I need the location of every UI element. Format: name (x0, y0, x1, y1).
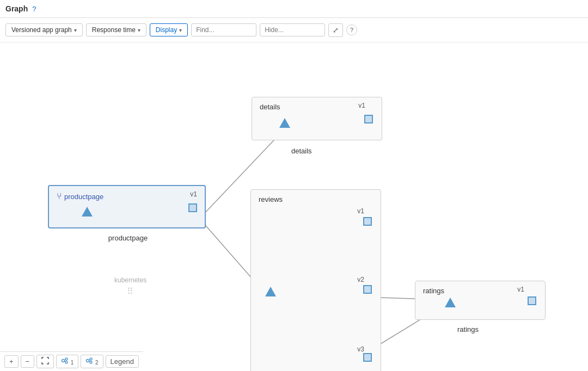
find-input[interactable] (191, 23, 256, 36)
productpage-square[interactable] (188, 203, 197, 214)
ratings-square[interactable] (528, 296, 536, 307)
display-btn[interactable]: Display ▾ (150, 23, 188, 36)
fit-icon (41, 357, 49, 364)
ratings-label: ratings (457, 325, 479, 333)
svg-point-10 (62, 360, 65, 362)
reviews-v3-label: v3 (357, 345, 364, 353)
fork-icon: ⑂ (57, 191, 62, 201)
details-version: v1 (358, 102, 365, 109)
legend-btn[interactable]: Legend (106, 355, 139, 368)
reviews-triangle[interactable] (265, 287, 276, 298)
productpage-triangle[interactable] (82, 207, 93, 218)
response-time-btn[interactable]: Response time ▾ (86, 23, 146, 36)
svg-point-11 (65, 358, 68, 360)
versioned-app-btn[interactable]: Versioned app graph ▾ (5, 23, 83, 36)
graph-canvas: ⑂ productpage v1 productpage details v1 … (0, 42, 588, 371)
details-box[interactable]: details v1 (252, 97, 382, 140)
expand-btn[interactable]: ⤢ (328, 23, 343, 37)
reviews-v1-label: v1 (357, 207, 364, 215)
svg-line-19 (89, 361, 90, 362)
reviews-v2-label: v2 (357, 276, 364, 283)
productpage-box[interactable]: ⑂ productpage v1 (48, 185, 206, 228)
versioned-caret-icon: ▾ (74, 27, 77, 33)
page-title: Graph (5, 4, 28, 13)
reviews-v3-square[interactable] (363, 353, 372, 363)
productpage-version: v1 (190, 190, 197, 198)
productpage-name: productpage (64, 193, 103, 201)
ratings-version: v1 (517, 286, 524, 293)
svg-point-15 (87, 360, 89, 362)
svg-point-17 (90, 361, 92, 363)
details-square[interactable] (364, 115, 373, 125)
layout-btn-1[interactable]: 1 (56, 355, 78, 368)
reviews-v1-square[interactable] (363, 217, 372, 227)
details-name: details (260, 103, 374, 111)
display-caret-icon: ▾ (179, 27, 182, 33)
response-caret-icon: ▾ (138, 27, 140, 33)
layout-1-label: 1 (71, 360, 74, 366)
svg-line-13 (65, 360, 66, 360)
bottom-bar: + − 1 (0, 351, 143, 371)
zoom-in-btn[interactable]: + (4, 355, 19, 368)
productpage-title: ⑂ productpage (57, 191, 197, 201)
svg-point-16 (90, 358, 92, 360)
svg-line-18 (89, 360, 90, 360)
layout-2-icon (85, 357, 93, 364)
kubernetes-icon: ⠿ (114, 286, 146, 296)
fit-btn[interactable] (36, 355, 54, 368)
layout-1-icon (61, 357, 69, 364)
details-label: details (291, 147, 312, 155)
kubernetes-label: kubernetes ⠿ (114, 276, 146, 296)
reviews-v2-square[interactable] (363, 285, 372, 295)
reviews-name: reviews (259, 195, 373, 203)
svg-point-12 (65, 361, 68, 363)
header-help-icon[interactable]: ? (32, 5, 36, 13)
ratings-triangle[interactable] (445, 298, 456, 309)
ratings-box[interactable]: ratings v1 (415, 281, 546, 320)
toolbar-help-btn[interactable]: ? (346, 24, 357, 35)
header: Graph ? (0, 0, 588, 18)
layout-2-label: 2 (95, 360, 99, 366)
zoom-out-btn[interactable]: − (21, 355, 35, 368)
reviews-box[interactable]: reviews v1 v2 v3 reviews (250, 189, 381, 371)
details-triangle[interactable] (279, 118, 290, 129)
toolbar: Versioned app graph ▾ Response time ▾ Di… (0, 18, 588, 42)
svg-line-14 (65, 361, 66, 362)
productpage-label: productpage (84, 234, 171, 242)
layout-btn-2[interactable]: 2 (81, 355, 103, 368)
hide-input[interactable] (260, 23, 325, 36)
